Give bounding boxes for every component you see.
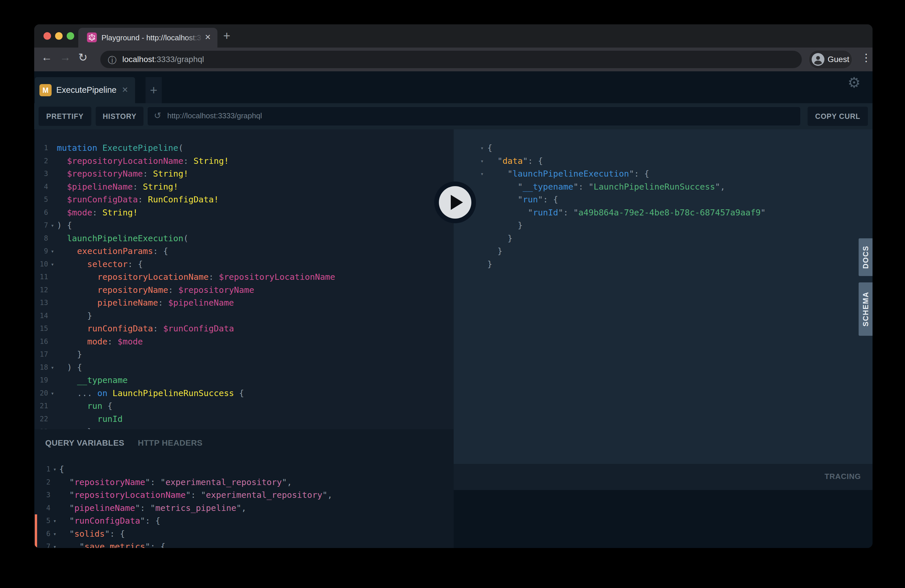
line-number: 7 xyxy=(37,540,51,548)
fold-arrow-icon[interactable]: ▾ xyxy=(51,463,59,476)
browser-menu-icon[interactable]: ⋮ xyxy=(861,52,872,64)
code-line: 5$runConfigData: RunConfigData! xyxy=(35,193,454,206)
code-text: runConfigData: $runConfigData xyxy=(57,322,454,335)
changed-line-marker xyxy=(35,540,37,548)
code-text: "save_metrics": { xyxy=(59,540,454,548)
code-line: "runId": "a49b864a-79e2-4be8-b78c-687457… xyxy=(454,206,873,219)
code-text: "runId": "a49b864a-79e2-4be8-b78c-687457… xyxy=(487,206,873,219)
variables-editor[interactable]: 1▾{2"repositoryName": "experimental_repo… xyxy=(35,463,454,548)
fold-spacer xyxy=(48,180,57,193)
query-editor[interactable]: 1mutation ExecutePipeline(2$repositoryLo… xyxy=(35,129,454,429)
fold-arrow-icon[interactable]: ▾ xyxy=(477,141,487,154)
fold-spacer xyxy=(51,489,59,502)
fold-spacer xyxy=(477,180,487,193)
fold-spacer xyxy=(48,154,57,168)
fold-spacer xyxy=(48,206,57,219)
fold-arrow-icon[interactable]: ▾ xyxy=(48,387,57,400)
fold-spacer xyxy=(477,258,487,271)
endpoint-input[interactable]: ↺ http://localhost:3333/graphql xyxy=(147,107,801,126)
reload-icon[interactable]: ↻ xyxy=(78,51,87,64)
schema-side-tab[interactable]: SCHEMA xyxy=(859,283,873,336)
code-line: "__typename": "LaunchPipelineRunSuccess"… xyxy=(454,180,873,193)
changed-line-marker xyxy=(35,528,37,540)
code-line: 3"repositoryLocationName": "experimental… xyxy=(35,489,454,502)
site-info-icon[interactable]: ⓘ xyxy=(108,54,116,67)
execute-button[interactable] xyxy=(434,181,476,223)
code-line: 14} xyxy=(35,309,454,323)
code-line: 9▾executionParams: { xyxy=(35,245,454,258)
code-line: 23} xyxy=(35,425,454,429)
fold-arrow-icon[interactable]: ▾ xyxy=(477,154,487,168)
response-pane: ▾{▾"data": {▾"launchPipelineExecution": … xyxy=(454,129,873,464)
settings-gear-icon[interactable]: ⚙ xyxy=(848,74,861,91)
line-number: 3 xyxy=(37,489,51,502)
window-maximize-button[interactable] xyxy=(67,32,74,40)
fold-spacer xyxy=(477,232,487,245)
fold-arrow-icon[interactable]: ▾ xyxy=(48,245,57,258)
fold-arrow-icon[interactable]: ▾ xyxy=(51,540,59,548)
code-text: "data": { xyxy=(487,154,873,168)
line-number: 6 xyxy=(35,206,48,219)
code-line: 13pipelineName: $pipelineName xyxy=(35,296,454,309)
fold-spacer xyxy=(48,232,57,245)
window-minimize-button[interactable] xyxy=(55,32,63,40)
endpoint-reset-icon[interactable]: ↺ xyxy=(154,110,161,121)
session-close-icon[interactable]: ✕ xyxy=(122,85,129,95)
fold-arrow-icon[interactable]: ▾ xyxy=(48,258,57,271)
history-button[interactable]: HISTORY xyxy=(96,107,143,126)
code-line: } xyxy=(454,258,873,271)
code-text: $runConfigData: RunConfigData! xyxy=(57,193,454,206)
code-line: 3$repositoryName: String! xyxy=(35,167,454,180)
new-session-button[interactable]: + xyxy=(146,77,162,103)
code-text: "repositoryLocationName": "experimental_… xyxy=(59,489,454,502)
fold-arrow-icon[interactable]: ▾ xyxy=(51,514,59,528)
fold-arrow-icon[interactable]: ▾ xyxy=(51,528,59,540)
code-text: "runConfigData": { xyxy=(59,514,454,528)
tab-query-variables[interactable]: QUERY VARIABLES xyxy=(45,439,124,447)
fold-spacer xyxy=(48,413,57,426)
code-line: 2$repositoryLocationName: String! xyxy=(35,154,454,168)
code-line: 8launchPipelineExecution( xyxy=(35,232,454,245)
tab-http-headers[interactable]: HTTP HEADERS xyxy=(138,439,202,447)
back-icon[interactable]: ← xyxy=(41,51,52,64)
window-close-button[interactable] xyxy=(43,32,51,40)
code-line: 7▾) { xyxy=(35,219,454,232)
copy-curl-button[interactable]: COPY CURL xyxy=(808,107,868,126)
prettify-button[interactable]: PRETTIFY xyxy=(38,107,91,126)
code-text: mode: $mode xyxy=(57,335,454,348)
code-text: } xyxy=(487,245,873,258)
fold-arrow-icon[interactable]: ▾ xyxy=(48,219,57,232)
code-text: } xyxy=(487,258,873,271)
fold-arrow-icon[interactable]: ▾ xyxy=(477,167,487,180)
line-number: 7 xyxy=(35,219,48,232)
code-text: ) { xyxy=(57,361,454,374)
graphql-playground: M ExecutePipeline ✕ + ⚙ PRETTIFY HISTORY… xyxy=(34,72,873,548)
code-line: 4"pipelineName": "metrics_pipeline", xyxy=(35,502,454,515)
line-number: 4 xyxy=(35,180,48,193)
address-bar[interactable]: ⓘ localhost:3333/graphql xyxy=(100,51,802,68)
forward-icon[interactable]: → xyxy=(60,51,71,64)
session-tab-executepipeline[interactable]: M ExecutePipeline ✕ xyxy=(35,77,135,103)
code-line: 4$pipelineName: String! xyxy=(35,180,454,193)
fold-arrow-icon[interactable]: ▾ xyxy=(48,361,57,374)
line-number: 10 xyxy=(35,258,48,271)
fold-spacer xyxy=(48,399,57,413)
playground-toolbar: PRETTIFY HISTORY ↺ http://localhost:3333… xyxy=(34,103,873,129)
docs-side-tab[interactable]: DOCS xyxy=(859,238,873,276)
profile-button[interactable]: Guest xyxy=(809,50,852,69)
variables-header: QUERY VARIABLES HTTP HEADERS xyxy=(35,429,454,463)
code-line: 20▾... on LaunchPipelineRunSuccess { xyxy=(35,387,454,400)
line-number: 5 xyxy=(37,514,51,528)
line-number: 8 xyxy=(35,232,48,245)
new-tab-button[interactable]: + xyxy=(223,31,230,41)
line-number: 13 xyxy=(35,296,48,309)
variables-pane[interactable]: QUERY VARIABLES HTTP HEADERS 1▾{2"reposi… xyxy=(35,429,454,548)
code-text: $repositoryName: String! xyxy=(57,167,454,180)
tab-close-icon[interactable]: ✕ xyxy=(205,33,211,42)
tracing-bar[interactable]: TRACING xyxy=(454,464,873,490)
line-number: 2 xyxy=(35,154,48,168)
browser-tab[interactable]: Playground - http://localhost:3 ✕ xyxy=(78,28,218,48)
code-line: 17} xyxy=(35,348,454,361)
code-line: 1mutation ExecutePipeline( xyxy=(35,141,454,154)
code-text: "launchPipelineExecution": { xyxy=(487,167,873,180)
